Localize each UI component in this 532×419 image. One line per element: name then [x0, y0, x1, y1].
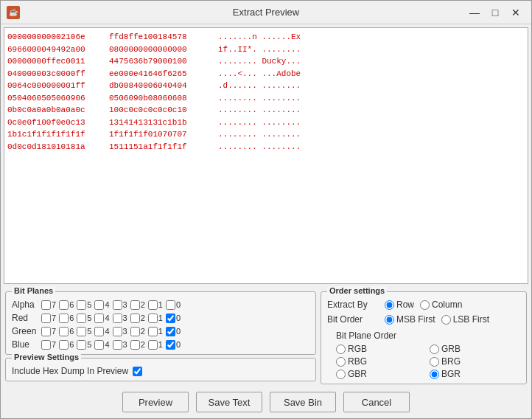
extract-by-row: Extract By Row Column [327, 299, 520, 310]
maximize-button[interactable]: □ [486, 4, 505, 21]
hex-bytes: 100c0c0c0c0c0c10 [109, 104, 212, 117]
save-text-button[interactable]: Save Text [196, 392, 262, 412]
hex-bytes: 0506090b08060608 [109, 92, 212, 105]
bit-checkbox-green-1[interactable] [148, 327, 158, 336]
bit-item-green-5: 5 [77, 327, 91, 336]
bit-plane-order-radio-grb[interactable] [430, 344, 439, 354]
bit-num-label-red-2: 2 [141, 314, 145, 322]
bit-plane-label-blue: Blue [12, 339, 40, 350]
cancel-button[interactable]: Cancel [343, 392, 410, 412]
bit-plane-order-radio-gbr[interactable] [336, 370, 346, 379]
bit-plane-order-radio-rbg[interactable] [336, 357, 346, 367]
preview-settings-group: Preview Settings Include Hex Dump In Pre… [5, 358, 316, 381]
bit-checkbox-alpha-3[interactable] [113, 300, 122, 310]
preview-settings-content: Include Hex Dump In Preview [12, 366, 309, 376]
bit-plane-order-radio-rgb[interactable] [336, 344, 346, 354]
bit-checkbox-alpha-6[interactable] [59, 300, 69, 310]
bit-num-label-alpha-3: 3 [123, 300, 127, 309]
order-settings-content: Extract By Row Column Bit Order [327, 299, 520, 379]
bit-order-label: Bit Order [327, 314, 379, 325]
bit-checkbox-alpha-1[interactable] [148, 300, 158, 310]
bit-item-green-7: 7 [41, 327, 56, 336]
bit-item-alpha-3: 3 [113, 300, 127, 310]
bit-checkbox-green-2[interactable] [130, 327, 140, 336]
extract-by-column-radio-input[interactable] [420, 300, 430, 310]
minimize-button[interactable]: — [465, 4, 484, 21]
bit-item-blue-6: 6 [59, 340, 74, 350]
bit-checkbox-red-3[interactable] [113, 314, 122, 323]
bit-checkbox-red-7[interactable] [41, 314, 51, 323]
bit-num-label-green-5: 5 [87, 327, 91, 336]
hex-row: 05040605050609060506090b08060608........… [7, 92, 525, 105]
bit-checkbox-alpha-0[interactable] [166, 300, 175, 310]
bit-num-label-red-7: 7 [52, 314, 56, 322]
bit-num-label-alpha-1: 1 [158, 300, 163, 309]
bit-checkbox-blue-3[interactable] [113, 340, 122, 350]
lsb-first-radio: LSB First [441, 314, 489, 325]
bit-num-label-blue-6: 6 [69, 340, 74, 349]
bit-num-label-red-3: 3 [123, 314, 127, 322]
bit-checkbox-red-2[interactable] [130, 314, 140, 323]
bit-num-label-alpha-4: 4 [105, 300, 109, 309]
lsb-first-radio-input[interactable] [441, 315, 451, 325]
hex-row: 0d0c0d181010181a1511151a1f1f1f1f........… [7, 141, 525, 153]
bit-checkbox-blue-0[interactable] [166, 340, 175, 350]
bit-checkbox-green-4[interactable] [94, 327, 104, 336]
hex-bytes: 13141413131c1b1b [109, 117, 212, 129]
bit-plane-order-label-grb: GRB [441, 344, 461, 354]
save-bin-button[interactable]: Save Bin [270, 392, 336, 412]
bit-checkbox-green-5[interactable] [77, 327, 86, 336]
hex-ascii: if..II*. ........ [218, 44, 301, 56]
bit-plane-order-radio-bgr[interactable] [430, 370, 439, 379]
bit-checkbox-red-5[interactable] [77, 314, 86, 323]
bit-item-alpha-0: 0 [166, 300, 181, 310]
hex-dump-checkbox[interactable] [133, 367, 142, 376]
bit-checkbox-alpha-4[interactable] [94, 300, 104, 310]
bit-checkbox-green-7[interactable] [41, 327, 51, 336]
bit-checkbox-blue-7[interactable] [41, 340, 51, 350]
bit-checkbox-alpha-7[interactable] [41, 300, 51, 310]
extract-by-label: Extract By [327, 299, 379, 310]
bit-plane-row-alpha: Alpha76543210 [12, 299, 309, 310]
footer: Preview Save Text Save Bin Cancel [1, 387, 531, 418]
bit-item-green-0: 0 [166, 327, 181, 336]
extract-by-row-radio-label: Row [396, 299, 414, 310]
bit-planes-label: Bit Planes [12, 286, 55, 295]
bit-checkbox-green-6[interactable] [59, 327, 69, 336]
bit-num-label-blue-7: 7 [52, 340, 56, 349]
bit-plane-order-radio-brg[interactable] [430, 357, 439, 367]
hex-row: 040000003c0000ffee000e41646f6265....<...… [7, 68, 525, 80]
preview-button[interactable]: Preview [122, 392, 189, 412]
bit-plane-order-label-brg: BRG [441, 356, 461, 367]
msb-first-radio: MSB First [385, 314, 435, 325]
bit-checkbox-blue-6[interactable] [59, 340, 69, 350]
bit-checkbox-red-0[interactable] [166, 314, 175, 323]
msb-first-radio-input[interactable] [385, 315, 394, 325]
bit-plane-grid: RGBGRBRBGBRGGBRBGR [327, 344, 520, 379]
bit-checkbox-green-0[interactable] [166, 327, 175, 336]
bit-checkbox-blue-5[interactable] [77, 340, 86, 350]
bit-item-green-6: 6 [59, 327, 74, 336]
hex-addr: 0c0e0f100f0e0c13 [7, 117, 103, 129]
hex-addr: 0b0c0a0a0b0a0a0c [7, 104, 103, 117]
bit-checkbox-green-3[interactable] [113, 327, 122, 336]
bit-checkbox-red-4[interactable] [94, 314, 104, 323]
extract-by-row-radio-input[interactable] [385, 300, 394, 310]
hex-ascii: ........ ........ [218, 92, 301, 105]
bit-checkbox-blue-1[interactable] [148, 340, 158, 350]
bit-item-blue-4: 4 [94, 340, 109, 350]
bit-checkbox-alpha-2[interactable] [130, 300, 140, 310]
lsb-first-radio-label: LSB First [453, 314, 489, 325]
bit-item-blue-1: 1 [148, 340, 163, 350]
bit-checkbox-blue-2[interactable] [130, 340, 140, 350]
close-button[interactable]: ✕ [506, 4, 525, 21]
bit-num-label-green-7: 7 [52, 327, 56, 336]
bit-checkbox-red-1[interactable] [148, 314, 158, 323]
bit-num-label-green-1: 1 [158, 327, 163, 336]
bit-num-label-red-5: 5 [87, 314, 91, 322]
bit-checkbox-red-6[interactable] [59, 314, 69, 323]
hex-addr: 00000000ffec0011 [7, 55, 103, 68]
bit-item-blue-0: 0 [166, 340, 181, 350]
bit-checkbox-alpha-5[interactable] [77, 300, 86, 310]
bit-checkbox-blue-4[interactable] [94, 340, 104, 350]
